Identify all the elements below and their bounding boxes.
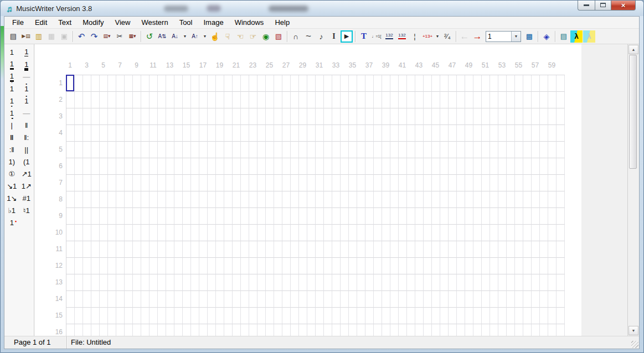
grid-cell[interactable] bbox=[166, 191, 174, 208]
grid-cell[interactable] bbox=[498, 225, 507, 241]
image-tag-icon[interactable]: ▧ bbox=[272, 30, 285, 43]
grid-cell[interactable] bbox=[457, 258, 465, 274]
grid-cell[interactable] bbox=[332, 308, 341, 324]
grid-cell[interactable] bbox=[274, 191, 282, 208]
grid-cell[interactable] bbox=[133, 75, 141, 92]
grid-cell[interactable] bbox=[116, 108, 125, 125]
grid-cell[interactable] bbox=[341, 225, 349, 241]
grid-cell[interactable] bbox=[473, 324, 482, 336]
grid-cell[interactable] bbox=[515, 175, 523, 191]
grid-cell[interactable] bbox=[191, 191, 199, 208]
grid-cell[interactable] bbox=[291, 125, 299, 142]
grid-cell[interactable] bbox=[266, 291, 274, 308]
grid-cell[interactable] bbox=[257, 142, 266, 158]
grid-cell[interactable] bbox=[133, 225, 141, 241]
grid-cell[interactable] bbox=[282, 92, 291, 108]
grid-cell[interactable] bbox=[473, 75, 482, 92]
grid-cell[interactable] bbox=[141, 274, 150, 291]
grid-cell[interactable] bbox=[83, 175, 91, 191]
overlap-pages-icon[interactable]: ▩ bbox=[523, 30, 535, 43]
grid-cell[interactable] bbox=[224, 142, 233, 158]
grid-cell[interactable] bbox=[341, 208, 349, 225]
grid-cell[interactable] bbox=[216, 324, 224, 336]
grid-cell[interactable] bbox=[324, 125, 332, 142]
grid-cell[interactable] bbox=[374, 92, 382, 108]
grid-cell[interactable] bbox=[100, 274, 108, 291]
grid-cell[interactable] bbox=[349, 241, 357, 258]
grid-cell[interactable] bbox=[548, 175, 557, 191]
open-pointer-icon[interactable]: ▶▤ bbox=[20, 30, 32, 43]
grid-cell[interactable] bbox=[208, 308, 216, 324]
grid-cell[interactable] bbox=[407, 158, 415, 175]
grid-cell[interactable] bbox=[216, 225, 224, 241]
grid-cell[interactable] bbox=[158, 75, 166, 92]
sort-updown-icon[interactable]: A⇅ bbox=[156, 30, 168, 43]
hand-right-icon[interactable]: ☞ bbox=[247, 30, 259, 43]
grid-cell[interactable] bbox=[399, 274, 407, 291]
grid-cell[interactable] bbox=[174, 241, 183, 258]
grid-cell[interactable] bbox=[307, 308, 316, 324]
grid-cell[interactable] bbox=[440, 142, 449, 158]
grid-cell[interactable] bbox=[241, 291, 249, 308]
grid-cell[interactable] bbox=[515, 75, 523, 92]
grid-cell[interactable] bbox=[324, 175, 332, 191]
grid-cell[interactable] bbox=[316, 208, 324, 225]
grid-cell[interactable] bbox=[108, 158, 116, 175]
grid-cell[interactable] bbox=[299, 308, 307, 324]
grid-cell[interactable] bbox=[407, 175, 415, 191]
grid-cell[interactable] bbox=[166, 75, 174, 92]
grid-cell[interactable] bbox=[390, 308, 399, 324]
grid-cell[interactable] bbox=[299, 92, 307, 108]
grid-cell[interactable] bbox=[498, 291, 507, 308]
grid-cell[interactable] bbox=[341, 92, 349, 108]
sym-thin-double-barline[interactable]: || bbox=[19, 144, 34, 155]
grid-cell[interactable] bbox=[249, 208, 257, 225]
grid-cell[interactable] bbox=[299, 258, 307, 274]
grid-cell[interactable] bbox=[482, 92, 490, 108]
grid-cell[interactable] bbox=[75, 142, 83, 158]
grid-cell[interactable] bbox=[465, 225, 473, 241]
grid-cell[interactable] bbox=[490, 108, 498, 125]
grid-cell[interactable] bbox=[490, 208, 498, 225]
grid-cell[interactable] bbox=[374, 125, 382, 142]
grid-cell[interactable] bbox=[523, 274, 532, 291]
grid-cell[interactable] bbox=[490, 308, 498, 324]
grid-cell[interactable] bbox=[75, 225, 83, 241]
hand-down-icon[interactable]: ☟ bbox=[221, 30, 234, 43]
grid-cell[interactable] bbox=[125, 324, 133, 336]
grid-cell[interactable] bbox=[216, 175, 224, 191]
grid-cell[interactable] bbox=[532, 241, 540, 258]
grid-cell[interactable] bbox=[266, 92, 274, 108]
grid-cell[interactable] bbox=[91, 108, 100, 125]
cut-icon[interactable]: ✂ bbox=[114, 30, 126, 43]
grid-cell[interactable] bbox=[465, 291, 473, 308]
grid-cell[interactable] bbox=[191, 108, 199, 125]
grid-cell[interactable] bbox=[183, 308, 191, 324]
measure-number-input[interactable] bbox=[486, 32, 511, 41]
grid-cell[interactable] bbox=[75, 291, 83, 308]
grid-cell[interactable] bbox=[324, 225, 332, 241]
grid-cell[interactable] bbox=[498, 142, 507, 158]
grid-cell[interactable] bbox=[224, 225, 233, 241]
menu-item-western[interactable]: Western bbox=[136, 17, 173, 28]
grid-cell[interactable] bbox=[498, 308, 507, 324]
grid-cell[interactable] bbox=[150, 92, 158, 108]
grid-cell[interactable] bbox=[274, 308, 282, 324]
grid-cell[interactable] bbox=[91, 308, 100, 324]
grid-cell[interactable] bbox=[407, 208, 415, 225]
grid-cell[interactable] bbox=[457, 158, 465, 175]
grid-cell[interactable] bbox=[233, 92, 241, 108]
text-cursor-icon[interactable]: I bbox=[328, 30, 340, 43]
grid-cell[interactable] bbox=[374, 324, 382, 336]
grid-cell[interactable] bbox=[349, 208, 357, 225]
grid-cell[interactable] bbox=[66, 258, 75, 274]
grid-cell[interactable] bbox=[208, 225, 216, 241]
grid-cell[interactable] bbox=[515, 125, 523, 142]
grid-cell[interactable] bbox=[548, 75, 557, 92]
grid-cell[interactable] bbox=[224, 75, 233, 92]
grid-cell[interactable] bbox=[282, 191, 291, 208]
grid-cell[interactable] bbox=[482, 75, 490, 92]
grid-cell[interactable] bbox=[490, 175, 498, 191]
grid-cell[interactable] bbox=[208, 158, 216, 175]
grid-cell[interactable] bbox=[91, 92, 100, 108]
